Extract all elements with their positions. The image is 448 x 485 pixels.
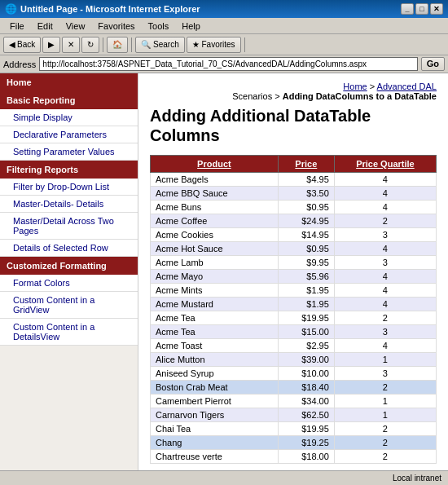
cell-quartile: 2 [334,311,436,325]
sidebar-item-details-selected-row[interactable]: Details of Selected Row [0,240,138,257]
cell-price: $19.95 [278,422,334,436]
cell-product: Acme Buns [151,201,279,214]
table-row[interactable]: Acme Mints$1.954 [151,284,437,298]
menu-edit[interactable]: Edit [31,20,59,33]
cell-price: $19.25 [278,436,334,450]
sidebar-header-customized-formatting[interactable]: Customized Formatting [0,257,138,275]
cell-product: Acme Toast [151,339,279,353]
table-row[interactable]: Chartreuse verte$18.002 [151,450,437,464]
col-header-product[interactable]: Product [151,156,279,173]
menu-file[interactable]: File [3,20,31,33]
cell-price: $4.95 [278,173,334,187]
sidebar-header-basic-reporting[interactable]: Basic Reporting [0,91,138,109]
cell-quartile: 4 [334,187,436,201]
back-icon: ◀ [9,40,15,49]
cell-product: Chai Tea [151,422,279,436]
cell-price: $18.40 [278,381,334,395]
breadcrumb-home[interactable]: Home [343,82,367,91]
cell-price: $10.00 [278,367,334,381]
cell-quartile: 4 [334,284,436,298]
cell-price: $19.95 [278,311,334,325]
menu-help[interactable]: Help [175,20,207,33]
cell-quartile: 4 [334,173,436,187]
cell-quartile: 4 [334,298,436,311]
table-row[interactable]: Acme Bagels$4.954 [151,173,437,187]
cell-product: Carnarvon Tigers [151,408,279,422]
sidebar-item-simple-display[interactable]: Simple Display [0,109,138,126]
page-title: Adding Additional DataTable Columns [150,106,437,145]
cell-quartile: 2 [334,450,436,464]
cell-price: $15.00 [278,325,334,339]
sidebar-header-home[interactable]: Home [0,73,138,91]
table-row[interactable]: Chai Tea$19.952 [151,422,437,436]
table-row[interactable]: Acme BBQ Sauce$3.504 [151,187,437,201]
menu-favorites[interactable]: Favorites [91,20,141,33]
sidebar-item-format-colors[interactable]: Format Colors [0,275,138,292]
status-bar: Local intranet [0,470,448,485]
table-row[interactable]: Acme Lamb$9.953 [151,256,437,270]
close-button[interactable]: ✕ [430,3,443,15]
breadcrumb-sep1: > [370,82,377,91]
table-row[interactable]: Acme Mayo$5.964 [151,270,437,284]
table-row[interactable]: Acme Buns$0.954 [151,201,437,214]
minimize-button[interactable]: _ [401,3,414,15]
cell-quartile: 1 [334,408,436,422]
table-row[interactable]: Aniseed Syrup$10.003 [151,367,437,381]
refresh-button[interactable]: ↻ [81,37,99,53]
table-row[interactable]: Chang$19.252 [151,436,437,450]
sidebar-item-custom-content-detailsview[interactable]: Custom Content in a DetailsView [0,319,138,346]
table-row[interactable]: Acme Cookies$14.953 [151,228,437,242]
breadcrumb-scenarios: Scenarios [232,91,272,101]
table-row[interactable]: Boston Crab Meat$18.402 [151,381,437,395]
home-button[interactable]: 🏠 [107,37,128,53]
go-button[interactable]: Go [421,57,445,71]
cell-quartile: 4 [334,242,436,256]
table-row[interactable]: Carnarvon Tigers$62.501 [151,408,437,422]
toolbar: ◀ Back ▶ ✕ ↻ 🏠 🔍 Search ★ Favorites [0,34,448,55]
cell-product: Boston Crab Meat [151,381,279,395]
cell-price: $9.95 [278,256,334,270]
title-bar-buttons[interactable]: _ □ ✕ [401,3,443,15]
cell-product: Acme Tea [151,311,279,325]
favorites-button[interactable]: ★ Favorites [187,37,241,53]
sidebar-item-master-details[interactable]: Master-Details- Details [0,196,138,213]
table-row[interactable]: Acme Tea$15.003 [151,325,437,339]
maximize-button[interactable]: □ [415,3,428,15]
breadcrumb-advanced-dal[interactable]: Advanced DAL [377,82,437,91]
cell-price: $24.95 [278,214,334,228]
cell-product: Acme Mayo [151,270,279,284]
cell-product: Chang [151,436,279,450]
col-header-quartile[interactable]: Price Quartile [334,156,436,173]
sidebar-item-filter-dropdown[interactable]: Filter by Drop-Down List [0,179,138,196]
cell-quartile: 2 [334,214,436,228]
cell-product: Acme BBQ Sauce [151,187,279,201]
cell-quartile: 3 [334,256,436,270]
table-row[interactable]: Alice Mutton$39.001 [151,353,437,367]
table-row[interactable]: Camembert Pierrot$34.001 [151,395,437,408]
forward-icon: ▶ [48,40,55,49]
menu-bar: File Edit View Favorites Tools Help [0,18,448,34]
forward-button[interactable]: ▶ [42,37,60,53]
table-row[interactable]: Acme Hot Sauce$0.954 [151,242,437,256]
cell-price: $34.00 [278,395,334,408]
menu-view[interactable]: View [59,20,92,33]
table-row[interactable]: Acme Coffee$24.952 [151,214,437,228]
back-button[interactable]: ◀ Back [3,37,41,53]
address-input[interactable] [39,57,417,71]
sidebar-item-setting-parameter-values[interactable]: Setting Parameter Values [0,143,138,161]
stop-button[interactable]: ✕ [62,37,80,53]
sidebar-item-declarative-parameters[interactable]: Declarative Parameters [0,126,138,143]
search-button[interactable]: 🔍 Search [135,37,184,53]
col-header-price[interactable]: Price [278,156,334,173]
cell-product: Acme Cookies [151,228,279,242]
sidebar-item-master-detail-two-pages[interactable]: Master/Detail Across Two Pages [0,213,138,240]
sidebar-item-custom-content-gridview[interactable]: Custom Content in a GridView [0,292,138,319]
menu-tools[interactable]: Tools [142,20,176,33]
table-row[interactable]: Acme Mustard$1.954 [151,298,437,311]
table-row[interactable]: Acme Toast$2.954 [151,339,437,353]
table-row[interactable]: Acme Tea$19.952 [151,311,437,325]
breadcrumb-current: Adding DataColumns to a DataTable [283,91,437,101]
cell-price: $2.95 [278,339,334,353]
cell-product: Acme Hot Sauce [151,242,279,256]
sidebar-header-filtering-reports[interactable]: Filtering Reports [0,161,138,179]
